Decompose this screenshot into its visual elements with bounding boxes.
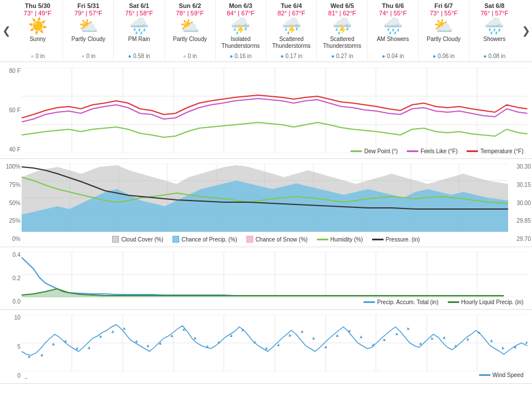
legend-hourly-precip-label: Hourly Liquid Precip. (in) (461, 299, 524, 305)
day-condition-6: Scattered Thunderstorms (318, 36, 366, 52)
day-precip-3: ● 0 in (166, 53, 214, 59)
day-icon-7: 🌧️ (369, 18, 416, 34)
svg-text:▲: ▲ (418, 341, 424, 347)
wind-arrow-label: → (23, 375, 28, 381)
day-precip-1: ● 0 in (64, 53, 112, 59)
day-icon-8: ⛅ (420, 18, 468, 34)
day-col-4[interactable]: Mon 6/3 84° | 67°F ⛈️ Isolated Thunderst… (216, 0, 266, 62)
day-col-7[interactable]: Thu 6/6 74° | 55°F 🌧️ AM Showers ● 0.04 … (368, 0, 418, 62)
wind-y-0: 0 (1, 372, 20, 379)
svg-text:▲: ▲ (524, 339, 527, 345)
day-temps-3: 78° | 59°F (166, 10, 214, 17)
precip-y-100: 100% (1, 163, 20, 170)
legend-accum-total-label: Precip. Accum. Total (in) (377, 299, 439, 305)
temperature-chart-section: 80 F 60 F 40 F (0, 62, 532, 159)
day-date-1: Fri 5/31 (64, 2, 112, 9)
svg-text:▲: ▲ (347, 328, 352, 334)
legend-chanceprecip: Chance of Precip. (%) (172, 236, 237, 243)
day-precip-8: ● 0.06 in (420, 53, 468, 59)
day-icon-3: ⛅ (166, 18, 214, 34)
pressure-y-1: 30.30 (509, 163, 531, 170)
svg-text:▲: ▲ (216, 339, 221, 345)
day-col-8[interactable]: Fri 6/7 73° | 55°F ⛅ Partly Cloudy ● 0.0… (419, 0, 469, 62)
wind-y-5: 5 (1, 343, 20, 350)
svg-text:▲: ▲ (500, 345, 505, 351)
day-date-0: Thu 5/30 (14, 2, 61, 9)
precip-y-50: 50% (1, 200, 20, 206)
svg-text:▲: ▲ (158, 340, 163, 346)
svg-text:▲: ▲ (121, 325, 127, 331)
day-date-4: Mon 6/3 (217, 2, 265, 9)
wind-chart-area: ▲ ▲ ▲ ▲ ▲ ▲ ▲ ▲ ▲ ▲ ▲ ▲ ▲ ▲ ▲ ▲ ▲ ▲ ▲ ▲ (22, 314, 527, 371)
day-icon-4: ⛈️ (217, 18, 265, 34)
day-col-5[interactable]: Tue 6/4 82° | 67°F ⛈️ Scattered Thunders… (266, 0, 317, 62)
day-condition-1: Partly Cloudy (64, 36, 112, 52)
svg-text:▲: ▲ (323, 344, 329, 350)
prev-arrow[interactable]: ❮ (0, 0, 13, 62)
day-col-1[interactable]: Fri 5/31 79° | 57°F ⛅ Partly Cloudy ● 0 … (63, 0, 114, 62)
day-date-8: Fri 6/7 (420, 2, 468, 9)
legend-dewpoint-color (350, 150, 362, 152)
accum-chart-section: 0.4 0.2 0.0 (0, 247, 532, 310)
legend-chancesnow-label: Chance of Snow (%) (255, 236, 308, 243)
legend-feelslike: Feels Like (°F) (407, 148, 457, 154)
svg-text:▲: ▲ (512, 344, 518, 350)
day-header-row: ❮ Thu 5/30 73° | 49°F ☀️ Sunny ● 0 in Fr… (0, 0, 532, 62)
legend-temperature-label: Temperature (°F) (480, 148, 523, 154)
svg-text:▲: ▲ (429, 335, 435, 341)
day-condition-4: Isolated Thunderstorms (217, 36, 265, 52)
precip-y-75: 75% (1, 182, 20, 188)
day-temps-9: 76° | 57°F (471, 10, 518, 17)
temp-y-axis: 80 F 60 F 40 F (0, 62, 22, 158)
legend-chanceprecip-box (172, 236, 179, 243)
temp-y-label-80: 80 F (1, 68, 20, 74)
wind-y-axis: 10 5 0 (0, 310, 22, 383)
day-condition-3: Partly Cloudy (166, 36, 214, 52)
day-temps-2: 75° | 58°F (115, 10, 163, 17)
legend-cloudcover-label: Cloud Cover (%) (121, 236, 163, 243)
day-condition-0: Sunny (14, 36, 61, 52)
accum-legend: Precip. Accum. Total (in) Hourly Liquid … (361, 296, 526, 308)
svg-text:▲: ▲ (264, 345, 269, 350)
next-arrow[interactable]: ❯ (519, 0, 532, 62)
day-date-9: Sat 6/8 (471, 2, 518, 9)
temp-y-label-60: 60 F (1, 107, 20, 113)
legend-cloudcover: Cloud Cover (%) (112, 236, 163, 243)
day-precip-0: ● 0 in (14, 53, 61, 59)
legend-pressure-label: Pressure. (in) (386, 236, 420, 243)
day-date-3: Sun 6/2 (166, 2, 214, 9)
svg-text:▲: ▲ (358, 334, 364, 339)
accum-chart-svg (22, 252, 527, 297)
temp-y-label-40: 40 F (1, 146, 20, 153)
day-temps-7: 74° | 55°F (369, 10, 416, 17)
svg-text:▲: ▲ (51, 341, 56, 347)
day-col-3[interactable]: Sun 6/2 78° | 59°F ⛅ Partly Cloudy ● 0 i… (165, 0, 216, 62)
day-icon-6: ⛈️ (318, 18, 366, 34)
day-col-0[interactable]: Thu 5/30 73° | 49°F ☀️ Sunny ● 0 in (13, 0, 63, 62)
svg-text:▲: ▲ (300, 329, 305, 334)
svg-text:▲: ▲ (75, 345, 80, 350)
legend-feelslike-label: Feels Like (°F) (420, 148, 457, 154)
legend-humidity: Humidity (%) (317, 236, 363, 243)
day-col-2[interactable]: Sat 6/1 75° | 58°F 🌧️ PM Rain ● 0.58 in (114, 0, 164, 62)
svg-text:▲: ▲ (134, 338, 140, 345)
legend-humidity-label: Humidity (%) (331, 236, 363, 243)
pressure-y-4: 29.85 (509, 218, 531, 224)
day-date-5: Tue 6/4 (267, 2, 315, 9)
wind-legend: Wind Speed (476, 369, 526, 381)
day-precip-9: ● 0.08 in (471, 53, 518, 59)
precip-chart-area (22, 163, 508, 232)
day-icon-2: 🌧️ (115, 18, 163, 34)
legend-chanceprecip-label: Chance of Precip. (%) (182, 236, 237, 243)
day-col-6[interactable]: Wed 6/5 81° | 62°F ⛈️ Scattered Thunders… (317, 0, 368, 62)
pressure-y-2: 30.15 (509, 182, 531, 188)
day-precip-6: ● 0.27 in (318, 53, 366, 59)
legend-accum-total-line (364, 301, 375, 303)
day-temps-0: 73° | 49°F (14, 10, 61, 17)
day-col-9[interactable]: Sat 6/8 76° | 57°F 🌧️ Showers ● 0.08 in (469, 0, 519, 62)
day-precip-5: ● 0.17 in (267, 53, 315, 59)
days-row: Thu 5/30 73° | 49°F ☀️ Sunny ● 0 in Fri … (13, 0, 519, 62)
legend-hourly-precip-line (448, 301, 459, 303)
day-condition-7: AM Showers (369, 36, 416, 52)
pressure-y-3: 30.00 (509, 200, 531, 206)
